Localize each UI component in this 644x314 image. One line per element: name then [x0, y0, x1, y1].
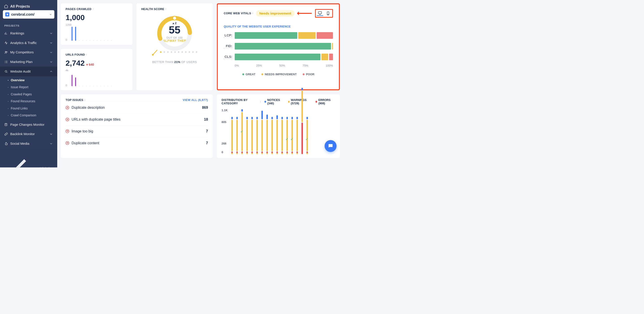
nav-label: Marketing Plan — [10, 60, 33, 64]
dist-column: ✓ — [241, 109, 243, 154]
svg-point-1 — [6, 52, 7, 52]
pages-icon — [4, 123, 8, 126]
info-icon[interactable]: i — [166, 7, 166, 11]
card-title: HEALTH SCORE — [141, 7, 164, 11]
view-all-issues-link[interactable]: VIEW ALL (6,977) — [183, 99, 208, 102]
error-icon: ✕ — [66, 106, 69, 109]
subnav-found-links[interactable]: Found Links — [0, 105, 57, 112]
nav-website-audit[interactable]: Website Audit — [0, 67, 57, 76]
issue-row[interactable]: ✕Duplicate content7 — [66, 137, 208, 149]
chevron-down-icon — [50, 41, 53, 45]
dist-column — [261, 111, 263, 154]
issue-row[interactable]: ✕Image too big7 — [66, 125, 208, 137]
pulse-icon — [4, 41, 8, 45]
project-selector[interactable]: ▾ cerebral.com/ — [3, 10, 54, 18]
nav-label: Analytics & Traffic — [10, 41, 37, 45]
arrow-left-icon — [4, 152, 38, 167]
chevron-down-icon — [50, 31, 53, 35]
thumbs-up-icon — [4, 142, 8, 145]
users-icon — [4, 51, 8, 54]
chat-button[interactable] — [325, 140, 336, 152]
cwv-subtitle: QUALITY OF THE WEBSITE USER EXPERIENCE — [224, 25, 333, 28]
dist-column — [251, 117, 253, 154]
project-logo-icon: ▾ — [5, 12, 9, 16]
chevron-down-icon — [50, 60, 53, 64]
dist-column: ✓ — [286, 117, 288, 154]
device-mobile-button[interactable] — [325, 11, 332, 16]
dist-column — [231, 117, 233, 154]
nav-marketing-plan[interactable]: Marketing Plan — [0, 57, 57, 67]
dist-column — [296, 117, 298, 154]
device-desktop-button[interactable] — [317, 11, 323, 16]
svg-point-0 — [5, 51, 6, 52]
card-title: DISTRIBUTION BY CATEGORY — [222, 99, 259, 105]
card-title: CORE WEB VITALS — [224, 12, 251, 15]
card-title: PAGES CRAWLED — [66, 7, 92, 11]
nav-page-changes[interactable]: Page Changes Monitor — [0, 120, 57, 129]
annotation-arrow-icon — [298, 13, 312, 14]
dist-column — [276, 115, 278, 154]
chevron-down-icon — [49, 13, 52, 16]
projects-section-label: PROJECTS — [0, 21, 57, 29]
error-icon: ✕ — [66, 118, 69, 121]
nav-social-media[interactable]: Social Media — [0, 139, 57, 149]
card-title: URLS FOUND — [66, 53, 85, 56]
nav-label: Backlink Monitor — [10, 132, 35, 136]
issue-row[interactable]: ✕URLs with duplicate page titles18 — [66, 114, 208, 125]
dist-chart: 1.1K 805 268 0 ✓✓✓✓ — [222, 109, 335, 154]
project-name: cerebral.com/ — [11, 12, 34, 16]
svg-point-2 — [5, 70, 7, 72]
distribution-card: DISTRIBUTION BY CATEGORYi NOTICES (340) … — [217, 94, 340, 158]
info-icon[interactable]: i — [92, 7, 94, 11]
nav-analytics[interactable]: Analytics & Traffic — [0, 38, 57, 48]
urls-found-card: URLS FOUNDi 2,742 ▾ 640 4k 0 — [61, 49, 132, 90]
all-projects-link[interactable]: All Projects — [3, 2, 54, 10]
nav-competitors[interactable]: My Competitors — [0, 48, 57, 57]
cwv-row-lcp: LCP: — [224, 32, 333, 39]
nav-label: Rankings — [10, 31, 24, 35]
minimize-sidebar[interactable]: Minimize — [0, 148, 57, 167]
subnav-overview[interactable]: Overview — [0, 77, 57, 84]
subnav-found-resources[interactable]: Found Resources — [0, 98, 57, 105]
issue-row[interactable]: ✕Duplicate description869 — [66, 102, 208, 114]
urls-found-value: 2,742 — [66, 58, 84, 67]
link-icon — [4, 132, 8, 136]
dist-column — [236, 117, 238, 154]
chevron-down-icon — [50, 142, 53, 145]
audit-icon — [4, 70, 8, 73]
dist-column — [246, 117, 248, 154]
pages-crawled-spark: 1200 0 — [66, 24, 128, 41]
chevron-up-icon — [50, 70, 53, 73]
subnav-issue-report[interactable]: Issue Report — [0, 84, 57, 91]
mobile-icon — [326, 11, 330, 15]
chat-icon — [328, 143, 334, 149]
chevron-down-icon — [50, 132, 53, 136]
nav-backlink-monitor[interactable]: Backlink Monitor — [0, 129, 57, 139]
checklist-icon — [4, 60, 8, 64]
nav-rankings[interactable]: Rankings — [0, 29, 57, 38]
health-score-card: HEALTH SCOREi ▴ 2 55 OUT OF 100 HALFWAY … — [136, 3, 213, 90]
info-icon[interactable]: i — [260, 100, 261, 103]
nav-label: My Competitors — [10, 50, 34, 54]
dist-legend: NOTICES (340) WARNINGS (5729) ERRORS (90… — [264, 99, 335, 105]
urls-found-delta: ▾ 640 — [86, 63, 94, 67]
bars-icon — [4, 31, 8, 35]
svg-point-11 — [328, 14, 328, 15]
website-audit-subnav: Overview Issue Report Crawled Pages Foun… — [0, 76, 57, 120]
subnav-crawled-pages[interactable]: Crawled Pages — [0, 91, 57, 98]
cwv-axis: 0%25%50%75%100% — [235, 64, 333, 67]
dist-column — [281, 117, 283, 154]
subnav-crawl-comparison[interactable]: Crawl Comparison — [0, 112, 57, 119]
info-icon[interactable]: i — [86, 53, 87, 56]
urls-found-spark: 4k 0 — [66, 69, 128, 86]
health-gauge: ▴ 2 55 OUT OF 100 — [156, 14, 194, 38]
info-icon[interactable]: i — [252, 12, 253, 15]
cwv-legend: GREAT NEEDS IMPROVEMENT POOR — [224, 73, 333, 76]
chevron-down-icon — [50, 51, 53, 54]
dist-column — [266, 115, 268, 154]
nav-label: Social Media — [10, 142, 29, 146]
top-issues-card: TOP ISSUESi VIEW ALL (6,977) ✕Duplicate … — [61, 94, 213, 158]
info-icon[interactable]: i — [84, 99, 86, 102]
error-icon: ✕ — [66, 130, 69, 133]
sidebar: All Projects ▾ cerebral.com/ PROJECTS Ra… — [0, 0, 57, 167]
